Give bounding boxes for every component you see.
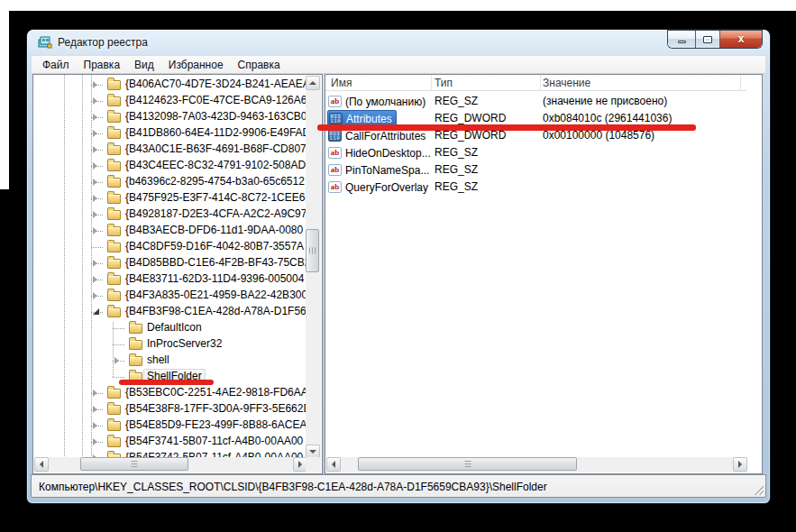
value-row[interactable]: ab(По умолчанию)REG_SZ(значение не присв…	[325, 93, 746, 110]
column-divider[interactable]	[431, 75, 432, 91]
menu-item[interactable]: Правка	[77, 57, 128, 73]
tree-item[interactable]: DefaultIcon	[33, 320, 307, 336]
expander-collapsed-icon[interactable]	[93, 260, 97, 267]
expander-expanded-icon[interactable]	[93, 308, 99, 315]
menu-item[interactable]: Вид	[127, 57, 161, 73]
tree-item[interactable]: {B43C4EEC-8C32-4791-9102-508AD	[33, 158, 307, 174]
expander-collapsed-icon[interactable]	[93, 227, 97, 234]
resize-grip-icon[interactable]	[753, 484, 764, 495]
value-name[interactable]: (По умолчанию)	[345, 96, 425, 108]
tree-item[interactable]: {B54E38F8-17FF-3D0A-9FF3-5E662D	[33, 401, 307, 417]
value-name[interactable]: PinToNameSpa...	[345, 164, 429, 177]
tree-item[interactable]: {B54E85D9-FE23-499F-8B88-6ACEA	[33, 417, 307, 434]
expander-collapsed-icon[interactable]	[93, 292, 97, 299]
tree-item[interactable]: {B54F3741-5B07-11cf-A4B0-00AA00	[33, 434, 307, 450]
tree-item-label[interactable]: {B4D85BBD-C1E6-4F2B-BF43-75CB2	[125, 256, 307, 269]
expander-collapsed-icon[interactable]	[93, 130, 97, 137]
list-hscroll-thumb[interactable]	[358, 457, 577, 471]
expander-collapsed-icon[interactable]	[93, 146, 97, 153]
tree-item[interactable]: {B4928187-D2E3-4CFA-A2C2-A9C97	[33, 206, 307, 223]
tree-item-label[interactable]: {B43C4EEC-8C32-4791-9102-508AD	[125, 159, 306, 171]
tree-item[interactable]: {B4C8DF59-D16F-4042-80B7-3557A	[33, 239, 307, 255]
menu-item[interactable]: Справка	[231, 57, 288, 73]
tree-item-label[interactable]: {B54E85D9-FE23-499F-8B88-6ACEA	[125, 418, 307, 431]
minimize-button[interactable]	[668, 31, 695, 48]
tree-item-label[interactable]: {B4FB3F98-C1EA-428d-A78A-D1F56	[125, 305, 307, 317]
expander-collapsed-icon[interactable]	[93, 97, 97, 105]
value-name[interactable]: Attributes	[346, 113, 392, 125]
tree-item[interactable]: {B4D85BBD-C1E6-4F2B-BF43-75CB2	[33, 255, 307, 271]
tree-item[interactable]: {b46396c2-8295-4754-b3a0-65c6512	[33, 174, 307, 190]
tree-item[interactable]: {B4F3A835-0E21-4959-BA22-42B300	[33, 288, 307, 304]
scroll-left-button[interactable]	[34, 457, 49, 472]
tree-item[interactable]: {B43A0C1E-B63F-4691-B68F-CD807	[33, 142, 307, 158]
tree-item-label[interactable]: DefaultIcon	[147, 321, 202, 334]
tree-item-label[interactable]: {B41DB860-64E4-11D2-9906-E49FAD	[125, 126, 307, 139]
tree-item-label[interactable]: {B4E83711-62D3-11D4-9396-005004	[125, 272, 304, 285]
expander-collapsed-icon[interactable]	[93, 211, 97, 218]
tree-item-label[interactable]: {B4124623-FC0E-47CE-BCA9-126A6	[125, 94, 307, 106]
menu-item[interactable]: Избранное	[161, 57, 231, 73]
tree-item[interactable]: shell	[33, 353, 307, 369]
tree-item[interactable]: {B4132098-7A03-423D-9463-163CB0	[33, 109, 307, 125]
column-header-value[interactable]: Значение	[543, 77, 590, 89]
tree-hscroll-thumb[interactable]	[80, 457, 188, 471]
expander-collapsed-icon[interactable]	[93, 438, 97, 445]
value-name[interactable]: QueryForOverlay	[345, 181, 428, 194]
tree-item[interactable]: {B41DB860-64E4-11D2-9906-E49FAD	[33, 125, 307, 142]
value-name[interactable]: CallForAttributes	[345, 130, 425, 142]
scroll-up-button[interactable]	[306, 76, 320, 90]
expander-collapsed-icon[interactable]	[93, 81, 97, 88]
tree-item[interactable]: {B4FB3F98-C1EA-428d-A78A-D1F56	[33, 304, 307, 320]
tree-item-label[interactable]: {B53EBC0C-2251-4AE2-9818-FD6AA	[125, 386, 307, 399]
tree-item-label[interactable]: {B54F3741-5B07-11cf-A4B0-00AA00	[125, 435, 303, 447]
tree-item-label[interactable]: shell	[147, 353, 169, 366]
value-name-cell[interactable]: ab(По умолчанию)	[327, 93, 429, 110]
tree-item-label[interactable]: {B4132098-7A03-423D-9463-163CB0	[125, 110, 307, 123]
tree-item-label[interactable]: {B4928187-D2E3-4CFA-A2C2-A9C97	[125, 207, 307, 220]
tree-item-label[interactable]: {B43A0C1E-B63F-4691-B68F-CD807	[125, 142, 307, 155]
tree-vertical-scrollbar[interactable]	[306, 76, 321, 459]
tree-item-label[interactable]: {B406AC70-4D7E-3D24-B241-AEAEA	[125, 78, 307, 90]
list-header[interactable]: Имя Тип Значение	[325, 75, 746, 91]
value-row[interactable]: abQueryForOverlayREG_SZ	[325, 179, 746, 196]
expander-collapsed-icon[interactable]	[93, 422, 97, 429]
titlebar[interactable]: Редактор реестра x	[27, 30, 770, 55]
value-name-cell[interactable]: abQueryForOverlay	[327, 179, 432, 196]
tree-item[interactable]: {B53EBC0C-2251-4AE2-9818-FD6AA	[33, 385, 307, 401]
column-header-name[interactable]: Имя	[331, 77, 352, 89]
expander-collapsed-icon[interactable]	[114, 357, 119, 364]
value-row[interactable]: abHideOnDesktop...REG_SZ	[325, 144, 746, 161]
expander-collapsed-icon[interactable]	[93, 390, 97, 397]
tree-item-label[interactable]: {b46396c2-8295-4754-b3a0-65c6512	[125, 175, 305, 188]
value-name-cell[interactable]: abHideOnDesktop...	[327, 144, 435, 161]
tree-item[interactable]: InProcServer32	[33, 336, 307, 353]
tree-item-label[interactable]: {B4C8DF59-D16F-4042-80B7-3557A	[125, 240, 304, 252]
value-name[interactable]: HideOnDesktop...	[345, 147, 431, 160]
expander-collapsed-icon[interactable]	[93, 114, 97, 121]
expander-collapsed-icon[interactable]	[93, 162, 97, 170]
menu-item[interactable]: Файл	[35, 57, 77, 73]
tree-item-label[interactable]: {B475F925-E3F7-414C-8C72-1CEE64	[125, 191, 307, 204]
expander-collapsed-icon[interactable]	[93, 276, 97, 283]
list-horizontal-scrollbar[interactable]	[326, 457, 747, 472]
maximize-button[interactable]	[695, 31, 719, 48]
close-button[interactable]: x	[719, 31, 762, 48]
tree-vscroll-thumb[interactable]	[306, 229, 319, 272]
column-header-type[interactable]: Тип	[435, 77, 453, 89]
scroll-left-button[interactable]	[326, 457, 341, 472]
tree-item-label[interactable]: {B4F3A835-0E21-4959-BA22-42B300	[125, 289, 307, 301]
tree-item[interactable]: {B4124623-FC0E-47CE-BCA9-126A6	[33, 93, 307, 109]
expander-collapsed-icon[interactable]	[93, 406, 97, 413]
expander-collapsed-icon[interactable]	[93, 179, 97, 186]
value-row[interactable]: abPinToNameSpa...REG_SZ	[325, 161, 746, 179]
value-name-cell[interactable]: abPinToNameSpa...	[327, 161, 433, 179]
column-divider[interactable]	[740, 75, 741, 91]
tree-item-label[interactable]: InProcServer32	[147, 337, 222, 350]
tree-item[interactable]: {B406AC70-4D7E-3D24-B241-AEAEA	[33, 77, 307, 93]
tree-item-label[interactable]: {B4B3AECB-DFD6-11d1-9DAA-0080	[125, 224, 303, 236]
tree-item[interactable]: {B4B3AECB-DFD6-11d1-9DAA-0080	[33, 223, 307, 239]
tree-item[interactable]: {B4E83711-62D3-11D4-9396-005004	[33, 271, 307, 288]
scroll-right-button[interactable]	[733, 457, 747, 472]
tree-item[interactable]: {B475F925-E3F7-414C-8C72-1CEE64	[33, 190, 307, 206]
